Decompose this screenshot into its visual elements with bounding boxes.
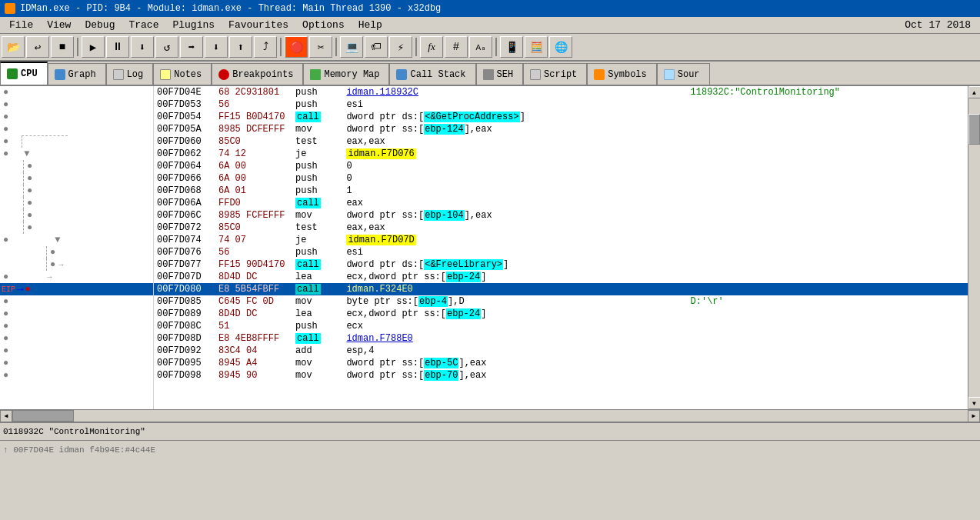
tb-cut[interactable]: ✂ (309, 36, 332, 58)
tb-pin[interactable]: 🔴 (285, 36, 308, 58)
tab-seh-label: SEH (497, 69, 514, 80)
table-row[interactable]: 00F7D072 85C0 test eax,eax (154, 222, 968, 234)
table-row[interactable]: 00F7D07D 8D4D DC lea ecx,dword ptr ss:[e… (154, 271, 968, 283)
tab-source[interactable]: Sour (657, 63, 710, 85)
arrow-12: ▼ (55, 235, 60, 245)
tb-break[interactable]: ⚡ (389, 36, 412, 58)
table-row[interactable]: 00F7D064 6A 00 push 0 (154, 160, 968, 172)
tb-globe[interactable]: 🌐 (549, 36, 572, 58)
table-row[interactable]: 00F7D089 8D4D DC lea ecx,dword ptr ss:[e… (154, 308, 968, 320)
tab-log[interactable]: Log (106, 63, 154, 85)
hscroll-track[interactable] (12, 410, 968, 422)
tab-symbols[interactable]: Symbols (587, 63, 656, 85)
tb-step-over[interactable]: ↺ (155, 36, 178, 58)
menu-options[interactable]: Options (296, 18, 351, 32)
table-row[interactable]: 00F7D08D E8 4EB8FFFF call idman.F788E0 (154, 332, 968, 345)
menu-help[interactable]: Help (352, 18, 388, 32)
menu-favourites[interactable]: Favourites (222, 18, 295, 32)
vertical-scrollbar[interactable]: ▲ ▼ (968, 86, 980, 409)
table-row[interactable]: 00F7D054 FF15 B0D4170 call dword ptr ds:… (154, 111, 968, 123)
menu-view[interactable]: View (41, 18, 77, 32)
table-row[interactable]: 00F7D06C 8985 FCFEFFF mov dword ptr ss:[… (154, 209, 968, 222)
tab-memorymap[interactable]: Memory Map (303, 63, 389, 85)
tb-sep2 (280, 38, 282, 56)
hscroll-right-arrow[interactable]: ▶ (968, 410, 980, 422)
dot-12: ● (3, 235, 8, 245)
tb-step-into[interactable]: ⬇ (131, 36, 154, 58)
table-row[interactable]: 00F7D053 56 push esi (154, 98, 968, 111)
table-row[interactable]: 00F7D06A FFD0 call eax (154, 197, 968, 209)
table-row[interactable]: 00F7D085 C645 FC 0D mov byte ptr ss:[ebp… (154, 295, 968, 308)
table-row[interactable]: 00F7D077 FF15 90D4170 call dword ptr ds:… (154, 258, 968, 271)
table-row[interactable]: 00F7D074 74 07 je idman.F7D07D (154, 234, 968, 246)
scroll-up-arrow[interactable]: ▲ (968, 86, 981, 98)
menu-trace[interactable]: Trace (122, 18, 165, 32)
tb-fx[interactable]: fx (420, 36, 443, 58)
scroll-down-arrow[interactable]: ▼ (968, 397, 981, 409)
table-row[interactable]: 00F7D076 56 push esi (154, 246, 968, 258)
table-row[interactable]: 00F7D098 8945 90 mov dword ptr ss:[ebp-7… (154, 369, 968, 382)
menu-plugins[interactable]: Plugins (166, 18, 221, 32)
table-row[interactable]: 00F7D092 83C4 04 add esp,4 (154, 345, 968, 357)
table-row[interactable]: 00F7D05A 8985 DCFEFFF mov dword ptr ss:[… (154, 123, 968, 135)
tb-sep3 (335, 38, 337, 56)
hscroll-left-arrow[interactable]: ◀ (0, 410, 12, 422)
arrow-right-15: → (47, 273, 52, 282)
tab-callstack[interactable]: Call Stack (389, 63, 475, 85)
tb-pause[interactable]: ⏸ (106, 36, 129, 58)
table-row[interactable]: 00F7D062 74 12 je idman.F7D076 (154, 148, 968, 160)
table-row[interactable]: 00F7D04E 68 2C931801 push idman.118932C … (154, 86, 968, 98)
callstack-icon (396, 69, 407, 80)
breakpoints-icon (218, 69, 229, 80)
tb-run-until[interactable]: ⬆ (229, 36, 252, 58)
table-row[interactable]: 00F7D095 8945 A4 mov dword ptr ss:[ebp-5… (154, 357, 968, 369)
table-row-eip[interactable]: 00F7D080 E8 5B54FBFF call idman.F324E0 (154, 283, 968, 295)
tab-breakpoints[interactable]: Breakpoints (212, 63, 303, 85)
table-row[interactable]: 00F7D08C 51 push ecx (154, 320, 968, 332)
statusbar: 0118932C "ControlMonitoring" (0, 422, 980, 440)
eip-arrow: → (17, 283, 23, 295)
tb-open[interactable]: 📂 (2, 36, 25, 58)
tb-label[interactable]: 🏷 (365, 36, 388, 58)
dot-14: ● (50, 259, 55, 270)
tab-notes[interactable]: Notes (153, 63, 212, 85)
tab-seh[interactable]: SEH (476, 63, 524, 85)
menu-file[interactable]: File (3, 18, 39, 32)
tab-notes-label: Notes (174, 69, 202, 80)
tb-run[interactable]: ▶ (82, 36, 105, 58)
tb-close[interactable]: ■ (51, 36, 74, 58)
tab-memorymap-label: Memory Map (324, 69, 379, 80)
tb-aa[interactable]: Aₐ (469, 36, 492, 58)
dot-4: ● (3, 136, 8, 147)
dot-15: ● (3, 272, 8, 282)
titlebar: IDMan.exe - PID: 9B4 - Module: idman.exe… (0, 0, 980, 17)
tab-cpu[interactable]: CPU (0, 62, 48, 85)
hscroll-thumb[interactable] (12, 410, 74, 422)
tab-script[interactable]: Script (523, 63, 587, 85)
tb-restart[interactable]: ↩ (26, 36, 49, 58)
table-row[interactable]: 00F7D060 85C0 test eax,eax (154, 135, 968, 148)
tb-trace[interactable]: ⤴ (254, 36, 277, 58)
graph-icon (55, 69, 65, 80)
horizontal-scrollbar[interactable]: ◀ ▶ (0, 409, 980, 422)
menu-debug[interactable]: Debug (78, 18, 121, 32)
tb-sep1 (77, 38, 78, 56)
memmap-icon (310, 69, 321, 80)
tab-graph[interactable]: Graph (48, 63, 106, 85)
tb-hash[interactable]: # (445, 36, 468, 58)
table-row[interactable]: 00F7D066 6A 00 push 0 (154, 172, 968, 185)
tb-step-right[interactable]: ➡ (180, 36, 203, 58)
tb-mem[interactable]: 💻 (340, 36, 363, 58)
tab-symbols-label: Symbols (608, 69, 646, 80)
tab-log-label: Log (127, 69, 144, 80)
dot-22: ● (3, 358, 8, 368)
table-row[interactable]: 00F7D068 6A 01 push 1 (154, 185, 968, 197)
dot-0: ● (3, 87, 8, 98)
scroll-track[interactable] (968, 98, 980, 397)
tb-step-down[interactable]: ⬇ (205, 36, 228, 58)
dot-eip: ● (25, 284, 30, 295)
disasm-pane[interactable]: 00F7D04E 68 2C931801 push idman.118932C … (154, 86, 968, 409)
scroll-thumb[interactable] (968, 114, 980, 145)
tb-phone[interactable]: 📱 (500, 36, 523, 58)
tb-calc[interactable]: 🧮 (525, 36, 548, 58)
